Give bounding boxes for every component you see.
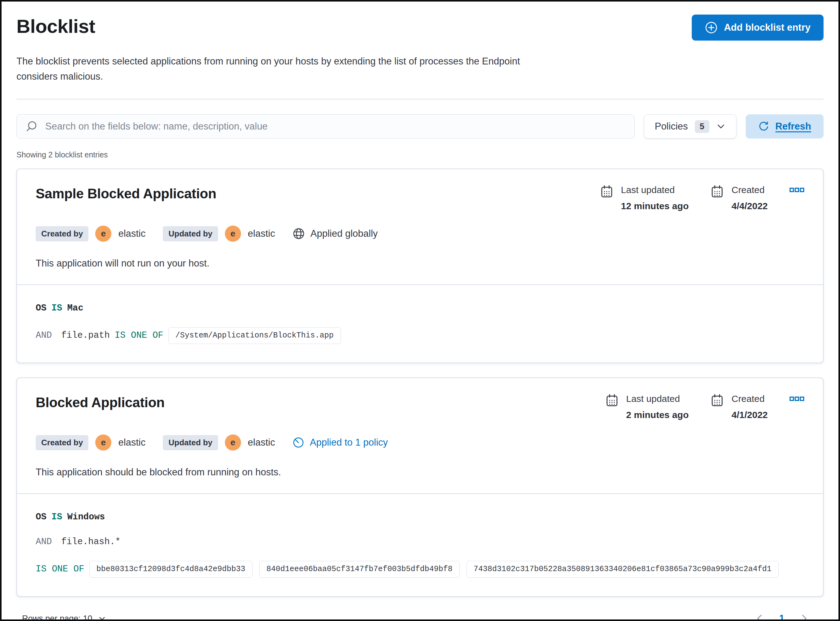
criteria-value-pill: 7438d3102c317b05228a350891363340206e81cf… <box>466 561 779 578</box>
criteria-value: Windows <box>67 511 105 523</box>
entry-meta: Last updated 12 minutes ago <box>600 183 804 211</box>
search-icon <box>26 121 37 132</box>
entry-criteria: OS IS Mac AND file.path IS ONE OF /Syste… <box>17 285 823 362</box>
entry-description: This application will not run on your ho… <box>36 258 804 269</box>
created: Created 4/1/2022 <box>710 394 768 420</box>
search-input[interactable] <box>45 121 626 132</box>
criteria-field: OS <box>36 511 47 523</box>
refresh-label: Refresh <box>775 121 811 132</box>
avatar: e <box>95 435 111 451</box>
entry-title: Blocked Application <box>36 395 165 410</box>
avatar: e <box>95 226 111 242</box>
results-count: Showing 2 blocklist entries <box>17 150 823 159</box>
criteria-operator: IS <box>52 511 62 523</box>
last-updated-value: 2 minutes ago <box>626 410 689 420</box>
created-label: Created <box>731 394 768 404</box>
refresh-icon <box>758 121 769 132</box>
policies-filter-button[interactable]: Policies 5 <box>644 114 737 138</box>
entry-actions-menu-button[interactable] <box>790 394 804 403</box>
criteria-row: OS IS Windows <box>36 511 804 523</box>
previous-page-button[interactable] <box>754 613 765 621</box>
criteria-row: AND file.hash.* <box>36 536 804 548</box>
created-by-user: elastic <box>118 228 146 239</box>
avatar: e <box>225 226 241 242</box>
table-footer: Rows per page: 10 1 <box>17 613 823 621</box>
page-1-button[interactable]: 1 <box>779 613 784 621</box>
entry-title: Sample Blocked Application <box>36 186 216 201</box>
criteria-row: IS ONE OF bbe80313cf12098d3fc4d8a42e9dbb… <box>36 561 804 578</box>
updated-by-badge: Updated by <box>163 435 218 450</box>
header-divider <box>17 99 823 100</box>
policies-count-badge: 5 <box>695 120 709 133</box>
entry-description: This application should be blocked from … <box>36 467 804 478</box>
criteria-field: file.hash.* <box>61 536 120 548</box>
blocklist-entry-card-1: Sample Blocked Application <box>17 168 823 363</box>
last-updated-label: Last updated <box>626 394 689 404</box>
scope-label: Applied globally <box>310 228 378 239</box>
entry-actions-menu-button[interactable] <box>790 185 804 194</box>
boxes-horizontal-icon <box>790 396 804 402</box>
criteria-value-pill: /System/Applications/BlockThis.app <box>169 327 341 344</box>
entry-badges: Created by e elastic Updated by e elasti… <box>36 435 804 451</box>
created-by-user: elastic <box>118 437 146 448</box>
last-updated: Last updated 2 minutes ago <box>605 394 689 420</box>
created-by-badge: Created by <box>36 435 88 450</box>
created-label: Created <box>731 185 768 195</box>
applied-to-policy-link[interactable]: Applied to 1 policy <box>293 437 388 448</box>
criteria-operator: IS ONE OF <box>115 330 164 341</box>
criteria-field: file.path <box>61 330 110 341</box>
chevron-down-icon <box>98 615 106 621</box>
boxes-horizontal-icon <box>790 187 804 193</box>
criteria-conjunction: AND <box>36 536 52 548</box>
criteria-row: AND file.path IS ONE OF /System/Applicat… <box>36 327 804 344</box>
last-updated-label: Last updated <box>621 185 689 195</box>
globe-icon <box>293 227 305 240</box>
created-by-badge: Created by <box>36 226 88 241</box>
rows-per-page-label: Rows per page: 10 <box>22 614 93 621</box>
rows-per-page-button[interactable]: Rows per page: 10 <box>22 614 106 621</box>
pagination: 1 <box>754 613 809 621</box>
criteria-row: OS IS Mac <box>36 303 804 314</box>
last-updated: Last updated 12 minutes ago <box>600 185 689 211</box>
criteria-field: OS <box>36 303 47 314</box>
last-updated-value: 12 minutes ago <box>621 201 689 211</box>
created-value: 4/4/2022 <box>731 201 768 211</box>
toolbar: Policies 5 Refresh <box>17 114 823 138</box>
page-title: Blocklist <box>17 16 95 37</box>
page-description: The blocklist prevents selected applicat… <box>17 54 538 84</box>
entry-meta: Last updated 2 minutes ago <box>605 392 805 420</box>
created-value: 4/1/2022 <box>731 410 768 420</box>
calendar-icon <box>605 394 619 420</box>
partial-circle-icon <box>293 437 304 448</box>
plus-circle-icon <box>705 21 718 34</box>
created: Created 4/4/2022 <box>710 185 768 211</box>
criteria-operator: IS ONE OF <box>36 563 84 575</box>
criteria-value-pill: bbe80313cf12098d3fc4d8a42e9dbb33 <box>89 561 252 578</box>
add-blocklist-entry-button[interactable]: Add blocklist entry <box>692 15 823 41</box>
updated-by-user: elastic <box>248 437 275 448</box>
calendar-icon <box>600 185 614 211</box>
entry-criteria: OS IS Windows AND file.hash.* IS ONE OF … <box>17 494 823 596</box>
add-blocklist-entry-label: Add blocklist entry <box>724 22 811 33</box>
page-header: Blocklist Add blocklist entry <box>17 14 823 41</box>
search-box <box>17 114 635 138</box>
updated-by-user: elastic <box>248 228 275 239</box>
chevron-down-icon <box>716 122 726 131</box>
avatar: e <box>225 435 241 451</box>
refresh-button[interactable]: Refresh <box>746 114 823 138</box>
blocklist-page: Blocklist Add blocklist entry The blockl… <box>2 2 838 621</box>
criteria-value-pill: 840d1eee06baa05cf3147fb7ef003b5dfdb49bf8 <box>259 561 460 578</box>
calendar-icon <box>710 394 724 420</box>
scope-applied-globally: Applied globally <box>293 227 378 240</box>
blocklist-entry-card-2: Blocked Application <box>17 377 823 597</box>
criteria-operator: IS <box>52 303 62 314</box>
criteria-conjunction: AND <box>36 330 52 341</box>
updated-by-badge: Updated by <box>163 226 218 241</box>
calendar-icon <box>710 185 724 211</box>
scope-label: Applied to 1 policy <box>310 437 388 448</box>
policies-label: Policies <box>655 121 688 132</box>
criteria-value: Mac <box>67 303 84 314</box>
entry-badges: Created by e elastic Updated by e elasti… <box>36 226 804 242</box>
next-page-button[interactable] <box>799 613 809 621</box>
